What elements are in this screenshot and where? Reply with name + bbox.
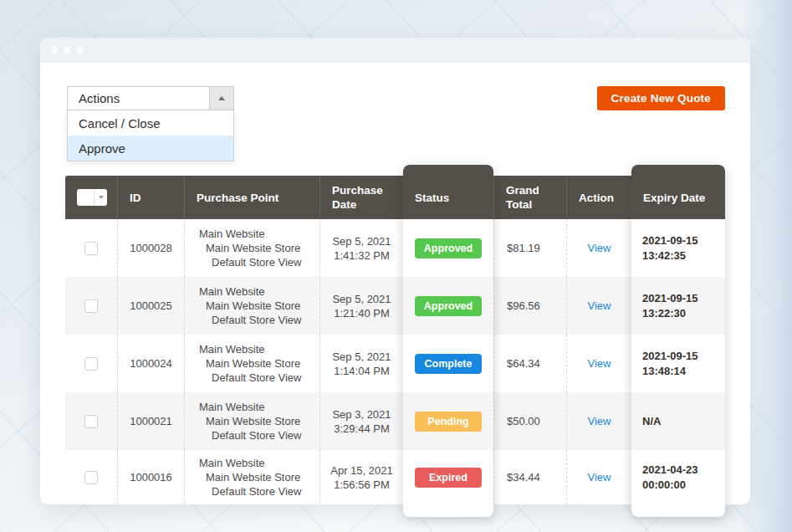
view-link[interactable]: View bbox=[588, 414, 611, 428]
status-badge: Complete bbox=[415, 354, 482, 374]
cell-expiry-date: 2021-09-15 13:42:35 bbox=[631, 219, 725, 277]
cell-expiry-date: N/A bbox=[631, 392, 725, 450]
table-row: 1000016 Main Website Main Website Store … bbox=[65, 450, 725, 504]
cell-grand-total: $81.19 bbox=[493, 219, 566, 277]
view-link[interactable]: View bbox=[588, 241, 611, 255]
cell-id: 1000025 bbox=[117, 277, 184, 335]
select-all-checkbox[interactable] bbox=[77, 189, 107, 206]
cell-expiry-date: 2021-09-15 13:48:14 bbox=[631, 335, 725, 392]
app-window: Actions Cancel / Close Approve Create Ne… bbox=[40, 38, 750, 504]
cell-purchase-date: Apr 15, 2021 1:56:56 PM bbox=[319, 450, 403, 504]
cell-id: 1000016 bbox=[117, 450, 184, 504]
table-row: 1000024 Main Website Main Website Store … bbox=[65, 335, 725, 392]
cell-purchase-point: Main Website Main Website Store Default … bbox=[184, 219, 319, 277]
cell-grand-total: $50.00 bbox=[493, 392, 566, 450]
view-link[interactable]: View bbox=[588, 356, 611, 371]
cell-expiry-date: 2021-09-15 13:22:30 bbox=[631, 277, 725, 335]
cell-purchase-point: Main Website Main Website Store Default … bbox=[184, 392, 319, 450]
cell-id: 1000024 bbox=[117, 335, 184, 392]
chevron-down-icon bbox=[94, 189, 107, 206]
table-row: 1000025 Main Website Main Website Store … bbox=[65, 277, 725, 335]
column-header-grand-total[interactable]: Grand Total bbox=[493, 176, 566, 219]
status-badge: Expired bbox=[415, 468, 482, 488]
cell-purchase-point: Main Website Main Website Store Default … bbox=[184, 335, 319, 392]
row-checkbox[interactable] bbox=[84, 415, 98, 428]
cell-purchase-date: Sep 5, 2021 1:41:32 PM bbox=[319, 219, 403, 277]
expiry-column-elevated: Expiry Date 2021-09-15 13:42:35 2021-09-… bbox=[631, 165, 725, 517]
cell-purchase-date: Sep 5, 2021 1:21:40 PM bbox=[319, 277, 403, 335]
table-row: 1000021 Main Website Main Website Store … bbox=[65, 392, 725, 450]
cell-purchase-date: Sep 5, 2021 1:14:04 PM bbox=[319, 335, 403, 392]
row-checkbox[interactable] bbox=[84, 471, 98, 484]
cell-expiry-date: 2021-04-23 00:00:00 bbox=[631, 450, 725, 517]
status-badge: Approved bbox=[415, 238, 482, 258]
row-checkbox[interactable] bbox=[84, 357, 98, 371]
select-all-cell bbox=[65, 176, 117, 219]
cell-purchase-date: Sep 3, 2021 3:29:44 PM bbox=[319, 392, 403, 450]
cell-id: 1000028 bbox=[117, 219, 184, 277]
row-checkbox[interactable] bbox=[84, 242, 98, 255]
window-dot-icon[interactable] bbox=[51, 47, 59, 54]
column-header-action[interactable]: Action bbox=[566, 176, 631, 219]
actions-dropdown-label: Actions bbox=[68, 91, 209, 105]
view-link[interactable]: View bbox=[588, 470, 611, 484]
window-dot-icon[interactable] bbox=[76, 47, 84, 54]
view-link[interactable]: View bbox=[588, 299, 611, 313]
row-checkbox[interactable] bbox=[84, 299, 98, 313]
triangle-up-icon bbox=[218, 96, 225, 100]
cell-id: 1000021 bbox=[117, 392, 184, 450]
column-header-id[interactable]: ID bbox=[117, 176, 184, 219]
cell-grand-total: $34.44 bbox=[493, 450, 566, 504]
menu-item-cancel-close[interactable]: Cancel / Close bbox=[68, 110, 233, 136]
quotes-table-header: ID Purchase Point Purchase Date Grand To… bbox=[65, 176, 725, 219]
status-column-elevated: Status Approved Approved Complete Pendin… bbox=[403, 165, 493, 517]
column-header-purchase-date[interactable]: Purchase Date bbox=[319, 176, 403, 219]
column-header-status[interactable]: Status bbox=[403, 165, 493, 219]
actions-dropdown-menu: Cancel / Close Approve bbox=[67, 110, 234, 161]
checkbox-icon bbox=[77, 189, 94, 206]
dropdown-collapse-button[interactable] bbox=[209, 87, 233, 110]
cell-grand-total: $64.34 bbox=[493, 335, 566, 392]
quotes-table: ID Purchase Point Purchase Date Grand To… bbox=[65, 176, 725, 504]
status-badge: Pending bbox=[415, 412, 482, 432]
create-new-quote-button[interactable]: Create New Quote bbox=[597, 86, 725, 110]
column-header-purchase-point[interactable]: Purchase Point bbox=[184, 176, 319, 219]
cell-grand-total: $96.56 bbox=[493, 277, 566, 335]
table-row: 1000028 Main Website Main Website Store … bbox=[65, 219, 725, 277]
window-dot-icon[interactable] bbox=[64, 47, 71, 54]
actions-dropdown[interactable]: Actions bbox=[67, 86, 234, 110]
menu-item-approve[interactable]: Approve bbox=[68, 136, 233, 161]
status-badge: Approved bbox=[415, 296, 482, 316]
column-header-expiry-date[interactable]: Expiry Date bbox=[631, 165, 725, 219]
cell-purchase-point: Main Website Main Website Store Default … bbox=[184, 450, 319, 504]
cell-purchase-point: Main Website Main Website Store Default … bbox=[184, 277, 319, 335]
window-titlebar bbox=[40, 38, 750, 63]
